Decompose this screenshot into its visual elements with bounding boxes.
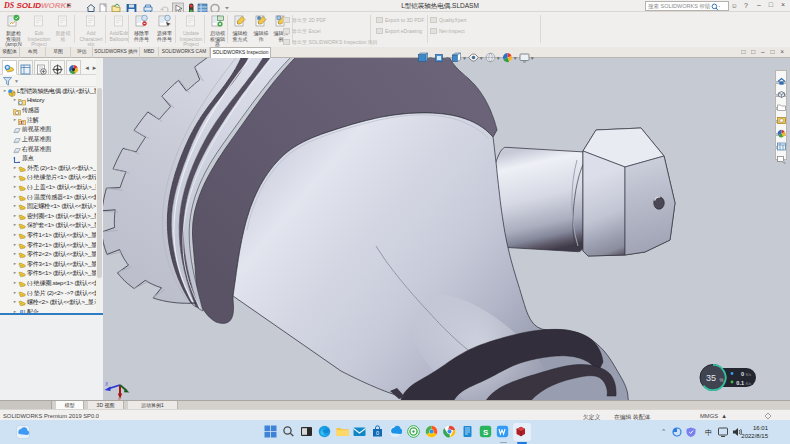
svg-text:%: % — [720, 378, 724, 383]
svg-text:X: X — [104, 382, 109, 387]
svg-text:0.1: 0.1 — [736, 380, 744, 386]
svg-text:0: 0 — [741, 371, 744, 377]
svg-text:K/s: K/s — [746, 373, 751, 377]
svg-text:S: S — [483, 428, 489, 437]
svg-text:0: 0 — [376, 430, 379, 436]
svg-text:35: 35 — [706, 373, 716, 383]
svg-text:K/s: K/s — [746, 382, 751, 386]
